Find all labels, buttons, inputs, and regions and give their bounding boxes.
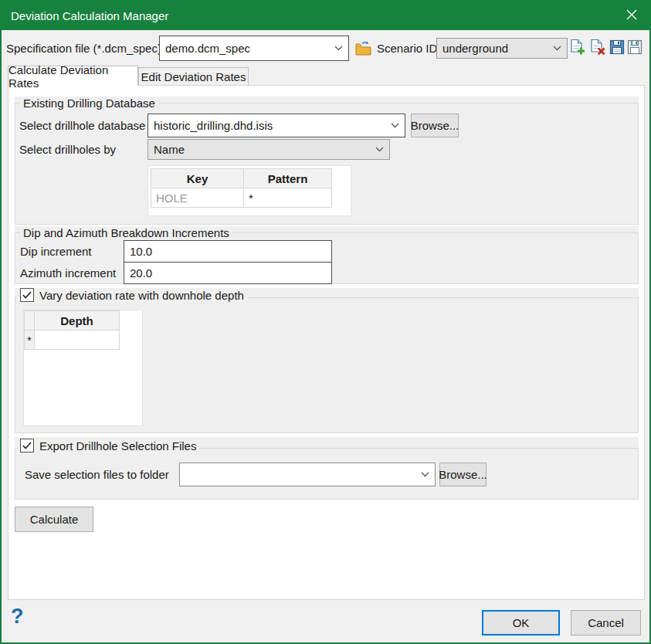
export-selection-files-group: Export Drillhole Selection Files Save se… bbox=[15, 437, 639, 500]
table-row: HOLE * bbox=[151, 188, 332, 208]
close-icon bbox=[626, 9, 637, 22]
existing-drilling-database-group: Existing Drilling Database Select drillh… bbox=[15, 97, 639, 225]
dip-increment-input[interactable] bbox=[124, 240, 332, 263]
chevron-down-icon bbox=[371, 147, 384, 152]
table-row: * bbox=[25, 330, 120, 350]
dip-increment-label: Dip increment bbox=[20, 240, 92, 263]
scenario-id-combo[interactable]: underground bbox=[436, 38, 568, 59]
select-drillhole-database-label: Select drillhole database bbox=[19, 114, 145, 137]
export-selection-label: Export Drillhole Selection Files bbox=[39, 439, 196, 452]
select-drillholes-by-label: Select drillholes by bbox=[19, 138, 116, 160]
select-drillholes-by-value: Name bbox=[154, 143, 185, 156]
cancel-button[interactable]: Cancel bbox=[571, 610, 641, 636]
vary-deviation-checkbox[interactable] bbox=[20, 288, 34, 302]
drillhole-database-combo[interactable]: historic_drilling.dhd.isis bbox=[147, 114, 405, 137]
footer-bar: ? OK Cancel bbox=[2, 600, 649, 642]
drillhole-database-value: historic_drilling.dhd.isis bbox=[154, 119, 273, 132]
depth-cell[interactable] bbox=[35, 330, 120, 350]
pattern-column-header: Pattern bbox=[244, 169, 332, 188]
chevron-down-icon bbox=[330, 46, 343, 51]
tab-label: Calculate Deviation Rates bbox=[8, 63, 137, 90]
spec-file-label: Specification file (*.dcm_spec) bbox=[6, 35, 161, 61]
depth-column-header: Depth bbox=[35, 311, 120, 330]
tab-calculate-deviation-rates[interactable]: Calculate Deviation Rates bbox=[8, 66, 138, 86]
vary-deviation-checkbox-row: Vary deviation rate with downhole depth bbox=[17, 288, 247, 302]
database-browse-button[interactable]: Browse... bbox=[411, 114, 459, 137]
save-spec-icon[interactable] bbox=[609, 39, 625, 56]
azimuth-increment-label: Azimuth increment bbox=[20, 262, 116, 284]
group-title: Dip and Azimuth Breakdown Increments bbox=[20, 226, 232, 239]
azimuth-increment-input[interactable] bbox=[124, 262, 332, 284]
calculate-button[interactable]: Calculate bbox=[15, 507, 93, 532]
export-checkbox-row: Export Drillhole Selection Files bbox=[17, 439, 199, 452]
chevron-down-icon bbox=[416, 472, 429, 477]
scenario-id-value: underground bbox=[442, 42, 508, 55]
pattern-cell[interactable]: * bbox=[244, 188, 332, 208]
row-header-cell: * bbox=[25, 330, 35, 350]
chevron-down-icon bbox=[548, 46, 561, 51]
open-folder-icon[interactable] bbox=[354, 39, 373, 57]
new-spec-icon[interactable] bbox=[568, 38, 585, 56]
depth-table: Depth * bbox=[24, 310, 120, 350]
export-selection-checkbox[interactable] bbox=[20, 439, 34, 452]
tab-edit-deviation-rates[interactable]: Edit Deviation Rates bbox=[138, 67, 249, 86]
spec-file-combo[interactable]: demo.dcm_spec bbox=[159, 36, 349, 61]
help-button[interactable]: ? bbox=[11, 605, 24, 629]
tab-label: Edit Deviation Rates bbox=[141, 70, 246, 83]
vary-deviation-label: Vary deviation rate with downhole depth bbox=[39, 289, 244, 302]
corner-header-cell bbox=[25, 311, 35, 330]
ok-button[interactable]: OK bbox=[482, 610, 560, 636]
dip-azimuth-increments-group: Dip and Azimuth Breakdown Increments Dip… bbox=[15, 226, 639, 284]
vary-deviation-rate-group: Vary deviation rate with downhole depth … bbox=[15, 288, 639, 433]
key-pattern-table-container: Key Pattern HOLE * bbox=[147, 165, 351, 216]
folder-browse-button[interactable]: Browse... bbox=[439, 463, 487, 486]
depth-table-container: Depth * bbox=[23, 310, 143, 426]
title-bar: Deviation Calculation Manager bbox=[2, 2, 649, 30]
spec-file-value: demo.dcm_spec bbox=[165, 42, 250, 55]
key-pattern-table: Key Pattern HOLE * bbox=[151, 168, 332, 208]
save-folder-combo[interactable] bbox=[179, 463, 436, 486]
group-title: Existing Drilling Database bbox=[20, 97, 158, 110]
scenario-id-label: Scenario ID bbox=[377, 35, 437, 61]
chevron-down-icon bbox=[386, 123, 399, 128]
select-drillholes-by-combo[interactable]: Name bbox=[147, 139, 390, 160]
key-cell[interactable]: HOLE bbox=[151, 188, 244, 208]
deviation-calculation-manager-dialog: Deviation Calculation Manager Specificat… bbox=[0, 0, 651, 644]
key-column-header: Key bbox=[151, 169, 244, 188]
save-spec-as-icon[interactable] bbox=[627, 39, 643, 56]
window-title: Deviation Calculation Manager bbox=[11, 9, 168, 22]
save-selection-folder-label: Save selection files to folder bbox=[25, 463, 169, 486]
close-button[interactable] bbox=[614, 2, 649, 30]
delete-spec-icon[interactable] bbox=[588, 38, 605, 56]
